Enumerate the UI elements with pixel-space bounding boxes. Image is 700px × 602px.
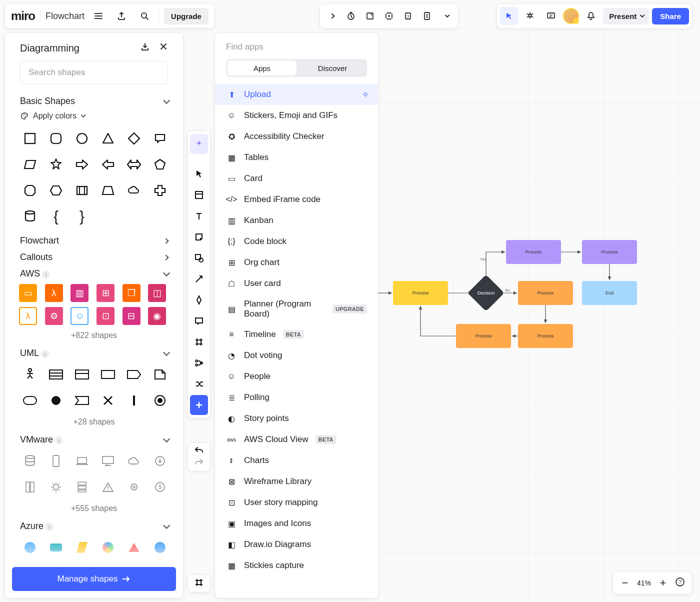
cursor-icon[interactable] bbox=[500, 7, 518, 25]
aws-lambda-icon[interactable]: λ bbox=[45, 284, 63, 302]
vm-gear2[interactable] bbox=[123, 476, 145, 498]
reactions-icon[interactable] bbox=[521, 7, 539, 25]
ai-icon[interactable] bbox=[190, 134, 208, 154]
comments-icon[interactable] bbox=[542, 7, 560, 25]
vm-server[interactable] bbox=[71, 476, 93, 498]
app-embed-iframe-code[interactable]: </>Embed iFrame code bbox=[215, 189, 378, 210]
aws-globe-icon[interactable]: ◉ bbox=[148, 307, 166, 325]
shape-pentagon[interactable] bbox=[149, 154, 171, 176]
board-name[interactable]: Flowchart bbox=[46, 11, 84, 22]
vm-gear[interactable] bbox=[45, 476, 67, 498]
uml-receive[interactable] bbox=[71, 390, 93, 412]
uml-delete[interactable] bbox=[97, 390, 119, 412]
vm-laptop[interactable] bbox=[71, 450, 93, 472]
redo-icon[interactable] bbox=[194, 458, 204, 468]
search-icon[interactable] bbox=[136, 7, 154, 25]
shape-parallelogram[interactable] bbox=[19, 154, 41, 176]
uml-note[interactable] bbox=[149, 364, 171, 386]
section-azure[interactable]: Azurei bbox=[12, 518, 176, 534]
node-p4[interactable]: Process bbox=[518, 281, 573, 305]
menu-icon[interactable] bbox=[90, 7, 108, 25]
shape-octagon[interactable] bbox=[19, 180, 41, 202]
app-draw-io-diagrams[interactable]: ◧Draw.io Diagrams bbox=[215, 534, 378, 555]
node-p5[interactable]: Process bbox=[518, 324, 573, 348]
help-icon[interactable]: ? bbox=[675, 577, 685, 589]
apps-search[interactable]: Find apps bbox=[215, 42, 378, 59]
node-p6[interactable]: Process bbox=[456, 324, 511, 348]
aws-more[interactable]: +822 shapes bbox=[12, 330, 176, 345]
uml-bar[interactable] bbox=[123, 390, 145, 412]
aws-user-icon[interactable]: ☺ bbox=[70, 307, 88, 325]
section-callouts[interactable]: Callouts bbox=[12, 249, 176, 266]
shuffle-icon[interactable] bbox=[190, 374, 208, 394]
search-input[interactable] bbox=[20, 61, 168, 84]
node-p3[interactable]: Process bbox=[582, 240, 637, 264]
vm-cloud[interactable] bbox=[123, 450, 145, 472]
uml-state[interactable] bbox=[19, 390, 41, 412]
aws-lambda2-icon[interactable]: λ bbox=[19, 307, 37, 325]
shape-hexagon[interactable] bbox=[45, 180, 67, 202]
uml-initial[interactable] bbox=[45, 390, 67, 412]
node-end[interactable]: End bbox=[582, 281, 637, 305]
apply-colors[interactable]: Apply colors bbox=[12, 110, 176, 126]
voting-icon[interactable] bbox=[361, 7, 379, 25]
app-planner-program-board-[interactable]: ▤Planner (Program Board)UPGRADE bbox=[215, 294, 378, 324]
undo-icon[interactable] bbox=[194, 446, 204, 456]
aws-db-icon[interactable]: ▥ bbox=[70, 284, 88, 302]
vm-download[interactable] bbox=[149, 450, 171, 472]
aws-copy-icon[interactable]: ❐ bbox=[122, 284, 140, 302]
shape-arrow-both[interactable] bbox=[123, 154, 145, 176]
vmware-more[interactable]: +555 shapes bbox=[12, 503, 176, 518]
app-polling[interactable]: ≣Polling bbox=[215, 387, 378, 408]
node-start[interactable]: Process bbox=[393, 281, 448, 305]
aws-scan-icon[interactable]: ⊟ bbox=[122, 307, 140, 325]
shape-trapezoid[interactable] bbox=[97, 180, 119, 202]
frame-icon[interactable] bbox=[190, 332, 208, 352]
timer-icon[interactable] bbox=[342, 7, 360, 25]
app-stickers-emoji-and-gifs[interactable]: ☺Stickers, Emoji and GIFs bbox=[215, 105, 378, 126]
aws-net-icon[interactable]: ◫ bbox=[148, 284, 166, 302]
pen-icon[interactable] bbox=[190, 290, 208, 310]
mindmap-icon[interactable] bbox=[190, 353, 208, 373]
shape-arrow-left[interactable] bbox=[97, 154, 119, 176]
upgrade-button[interactable]: Upgrade bbox=[164, 8, 208, 24]
share-button[interactable]: Share bbox=[652, 8, 689, 24]
app-tables[interactable]: ▦Tables bbox=[215, 147, 378, 168]
template-icon[interactable] bbox=[190, 185, 208, 205]
uml-more[interactable]: +28 shapes bbox=[12, 416, 176, 432]
zoom-in-button[interactable]: + bbox=[658, 576, 668, 590]
app-user-card[interactable]: ☖User card bbox=[215, 273, 378, 294]
present-button[interactable]: Present bbox=[603, 8, 649, 24]
aws-ec2-icon[interactable]: ⊞ bbox=[96, 284, 114, 302]
node-p2[interactable]: Process bbox=[506, 240, 561, 264]
vm-building[interactable] bbox=[19, 476, 41, 498]
manage-shapes-button[interactable]: Manage shapes bbox=[12, 567, 176, 591]
close-icon[interactable] bbox=[159, 42, 168, 54]
logo[interactable]: miro bbox=[11, 9, 35, 23]
note-icon[interactable] bbox=[418, 7, 436, 25]
app-dot-voting[interactable]: ◔Dot voting bbox=[215, 345, 378, 366]
pin-icon[interactable]: ✧ bbox=[362, 90, 369, 100]
app-kanban[interactable]: ▥Kanban bbox=[215, 210, 378, 231]
uml-class2[interactable] bbox=[71, 364, 93, 386]
app-accessibility-checker[interactable]: ✪Accessibility Checker bbox=[215, 126, 378, 147]
app-upload[interactable]: ⬆Upload✧ bbox=[215, 84, 378, 105]
uml-object[interactable] bbox=[97, 364, 119, 386]
frames-icon[interactable] bbox=[194, 578, 204, 589]
app-timeline[interactable]: ≡TimelineBETA bbox=[215, 324, 378, 345]
more-icon[interactable] bbox=[437, 7, 455, 25]
vm-currency[interactable]: $ bbox=[149, 476, 171, 498]
talktrack-icon[interactable] bbox=[380, 7, 398, 25]
app-people[interactable]: ☺People bbox=[215, 366, 378, 387]
shape-star[interactable] bbox=[45, 154, 67, 176]
app-stickies-capture[interactable]: ▦Stickies capture bbox=[215, 555, 378, 576]
select-icon[interactable] bbox=[190, 164, 208, 184]
shape-cross[interactable] bbox=[149, 180, 171, 202]
app-story-points[interactable]: ◐Story points bbox=[215, 408, 378, 429]
notifications-icon[interactable] bbox=[582, 7, 600, 25]
sticky-icon[interactable] bbox=[190, 227, 208, 247]
expand-icon[interactable] bbox=[323, 7, 341, 25]
add-more-button[interactable] bbox=[190, 395, 208, 415]
app-card[interactable]: ▭Card bbox=[215, 168, 378, 189]
shape-triangle[interactable] bbox=[97, 128, 119, 150]
